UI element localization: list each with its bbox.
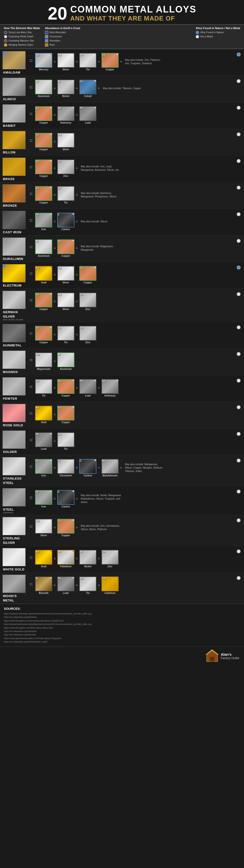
alloy-thumbnail <box>2 324 26 342</box>
component-symbol: Mg <box>36 353 39 356</box>
source-link[interactable]: https://en.wikipedia.org/wiki/Metal <box>4 629 240 633</box>
component-name: Gold <box>41 281 46 284</box>
source-link[interactable]: https://www.thoughtco.com/everyday-labor… <box>4 619 240 622</box>
source-link[interactable]: https://en.wikipedia.org/wiki/Alloy <box>4 633 240 637</box>
formula-row: AlAluminum+NiNickel+CoCobalt+May also in… <box>35 78 234 97</box>
component: PbLead <box>79 106 96 124</box>
source-link[interactable]: https://www.thoughtco.com/facts-about-al… <box>4 626 240 629</box>
component-symbol: Cu <box>36 106 39 110</box>
source-link[interactable]: https://en.wikipedia.org/wiki/wiki/slake… <box>4 640 240 644</box>
component: CCarbon <box>79 459 96 477</box>
plus-sign: + <box>75 385 79 391</box>
nature-indicator <box>236 548 242 553</box>
plus-sign: + <box>53 272 57 278</box>
component-symbol: Cu <box>36 133 39 136</box>
component-name: Nickel <box>62 95 69 97</box>
alloy-thumbnail <box>2 211 26 229</box>
component: AgSilver <box>35 519 52 537</box>
af-not-metal: Not a Metal <box>196 35 240 38</box>
component-symbol: Co <box>80 80 83 83</box>
plus-sign: + <box>53 166 57 171</box>
component-name: Tin <box>42 394 46 397</box>
component: CuCopper <box>57 406 74 424</box>
alloy-row: MAGNOX=MgMagnesium+AlAluminum <box>0 349 244 375</box>
element-dot <box>72 460 74 461</box>
component-name: Copper <box>62 254 70 257</box>
component: SnTin <box>57 186 74 204</box>
equals-sign: = <box>28 184 34 197</box>
formula-row: BiBismuth+PbLead+SnTin+CdCadmium <box>35 575 234 594</box>
alloy-thumbnail <box>2 377 26 396</box>
element-dot <box>72 353 74 354</box>
element-dot <box>50 577 52 579</box>
plus-sign: + <box>53 59 57 64</box>
plus-sign: + <box>75 496 79 501</box>
plus-sign: + <box>53 299 57 304</box>
element-dot <box>72 267 74 268</box>
component-symbol: Cu <box>58 240 62 243</box>
component-name: Copper <box>62 421 70 424</box>
component-name: Copper <box>62 534 70 537</box>
equals-sign: = <box>28 457 34 470</box>
component-symbol: Sn <box>80 53 83 56</box>
nature-circle <box>237 550 241 553</box>
alloy-thumbnail <box>2 488 26 506</box>
alloy-name: GERMAN SILVER <box>3 310 18 318</box>
alloy-subtitle: (AKA NICKEL SILVER) <box>3 318 27 321</box>
component: MoMolybdenum <box>102 459 118 477</box>
element-dot <box>50 54 52 55</box>
plus-sign: + <box>53 583 57 588</box>
source-link[interactable]: https://upload.wikimedia.org/wikipedia/c… <box>4 612 240 615</box>
nature-circle <box>237 352 241 356</box>
component-name: Antimony <box>104 394 116 397</box>
component: CuCopper <box>35 159 52 177</box>
equals-sign: = <box>28 430 34 443</box>
element-dot <box>50 80 52 82</box>
component-symbol: Al <box>36 240 38 243</box>
component-name: Cadmium <box>104 592 116 594</box>
plus-sign: + <box>53 385 57 391</box>
found-circle <box>196 31 199 34</box>
element-dot <box>95 380 96 381</box>
component: AlAluminum <box>35 240 52 257</box>
nature-indicator <box>236 488 242 494</box>
element-dot <box>50 267 52 268</box>
element-dot <box>72 213 74 215</box>
rare-label: Rare <box>49 43 55 46</box>
component-name: Magnesium <box>37 368 50 370</box>
nature-circle <box>237 405 241 409</box>
not-metal-circle <box>196 35 199 38</box>
component-name: Carbon <box>84 474 92 477</box>
formula-row: CuCopper+ZnZinc+May also include: Iron, … <box>35 158 234 177</box>
source-link[interactable]: https://en.wikipedia.org/wiki/Metal <box>4 615 240 619</box>
alloy-name: MAGNOX <box>3 370 18 374</box>
component-name: Copper <box>39 308 48 311</box>
plus-sign: + <box>75 556 79 561</box>
nature-indicator <box>236 51 242 56</box>
component-symbol: Sn <box>58 326 61 329</box>
nature-circle <box>237 79 241 83</box>
element-dot <box>95 267 96 268</box>
component-name: Antimony <box>60 121 71 124</box>
component-name: Tin <box>64 341 68 344</box>
alloy-name: DURALUMIN <box>3 257 23 261</box>
component: ZnZinc <box>79 293 96 311</box>
component: AuGold <box>35 550 52 568</box>
legend-uncommon: Uncommon <box>45 35 80 38</box>
component-symbol: Ni <box>80 550 82 553</box>
source-link[interactable]: https://www.alansfactoryoutlet.com/metal… <box>4 637 240 640</box>
plus-sign: + <box>97 556 101 561</box>
component-name: Zinc <box>63 175 68 177</box>
component: CuCopper <box>57 240 74 257</box>
element-dot <box>117 460 118 461</box>
source-link[interactable]: https://upload.wikimedia.org/wikipedia/c… <box>4 622 240 626</box>
element-dot <box>72 107 74 108</box>
plus-sign: + <box>53 439 57 444</box>
element-dot <box>72 577 74 579</box>
alloy-row: SOLDER=PbLead+SnTin <box>0 429 244 455</box>
nature-indicator <box>236 324 242 329</box>
component: CoCobalt <box>79 80 96 97</box>
alloy-name: STERLING SILVER <box>3 536 20 545</box>
alloy-thumbnail <box>2 575 26 593</box>
component: SnTin <box>79 577 96 594</box>
